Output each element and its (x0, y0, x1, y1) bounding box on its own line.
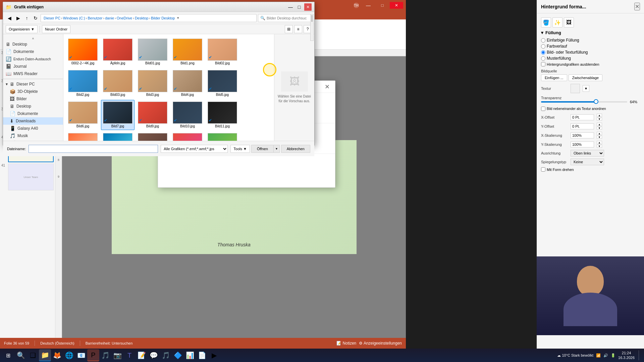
file-item[interactable]: ✔ (171, 131, 204, 141)
sidebar-item-desktop-top[interactable]: 🖥 Desktop (3, 41, 63, 48)
x-offset-input[interactable] (571, 114, 594, 120)
insert-image-btn[interactable]: Einfügen ... (541, 74, 567, 81)
view-btn-2[interactable]: ≡ (294, 25, 302, 33)
image-icon-btn[interactable]: 🖼 (564, 17, 574, 27)
breadcrumb-desktop[interactable]: Desktop (135, 16, 148, 20)
dialog-close-btn[interactable]: ✕ (304, 3, 312, 11)
x-scale-input[interactable] (571, 132, 594, 138)
clipboard-btn[interactable]: Zwischenablage (569, 74, 603, 81)
slide-thumb-41[interactable]: Unser Team (8, 164, 54, 190)
taskbar-sound-icon[interactable]: 🔊 (603, 353, 608, 358)
radio-muster[interactable]: Musterfüllung (541, 56, 640, 61)
checkbox-hide-input[interactable] (541, 62, 545, 66)
file-item[interactable]: ✔ (206, 131, 239, 141)
x-offset-down-btn[interactable]: ▼ (597, 117, 602, 121)
taskbar-spotify-btn[interactable]: 🎵 (160, 349, 172, 361)
x-offset-up-btn[interactable]: ▲ (597, 114, 602, 117)
ppt-close-btn[interactable]: ✕ (390, 2, 403, 9)
taskbar-edge-btn[interactable]: 🔷 (172, 349, 184, 361)
open-dropdown-btn[interactable]: ▾ (274, 145, 280, 153)
taskbar-camera-btn[interactable]: 📷 (111, 349, 123, 361)
nav-up-btn[interactable]: ↑ (23, 14, 31, 22)
start-button[interactable]: ⊞ (1, 349, 15, 361)
taskbar-mail-btn[interactable]: 📧 (75, 349, 87, 361)
checkbox-form-input[interactable] (541, 167, 545, 172)
filetype-select[interactable]: Alle Grafiken (*.emf;*.wmf;*.jps (161, 145, 228, 153)
taskbar-ppt-btn[interactable]: P (87, 349, 99, 361)
ppt-maximize-btn[interactable]: □ (376, 2, 389, 9)
taskbar-more-btn[interactable]: ▶ (208, 349, 220, 361)
mirror-select[interactable]: Keine (571, 159, 604, 165)
nav-forward-btn[interactable]: ▶ (14, 14, 22, 22)
file-item[interactable]: ✔ Bild10.jpg (171, 100, 204, 130)
sidebar-item-galaxy[interactable]: 📱 Galaxy A40 (3, 125, 63, 132)
scrollbar-thumb[interactable] (311, 15, 313, 22)
sidebar-item-dokumente[interactable]: 📄 Dokumente (3, 110, 63, 117)
file-item[interactable]: ✔ Bild2.jpg (66, 68, 100, 99)
file-item[interactable]: ✔ coffeehouse-2600877_1280.jpg (136, 131, 169, 141)
panel-fill-header[interactable]: ▾ Füllung (541, 30, 640, 35)
radio-farbverlauf[interactable]: Farbverlauf (541, 44, 640, 49)
sidebar-item-journal[interactable]: 📓 Journal (3, 63, 63, 70)
dialog-minimize-btn[interactable]: — (287, 3, 294, 11)
search-input[interactable] (267, 16, 307, 20)
y-scale-down-btn[interactable]: ▼ (597, 144, 602, 148)
taskbar-chrome-btn[interactable]: 🌐 (63, 349, 75, 361)
sidebar-item-downloads[interactable]: ⬇ Downloads (3, 117, 63, 125)
file-item[interactable]: ✔ Bild9.jpg (136, 100, 169, 130)
radio-muster-input[interactable] (541, 56, 545, 61)
sidebar-item-dokumente-top[interactable]: 📄 Dokumente (3, 48, 63, 55)
filename-input[interactable] (29, 145, 158, 153)
file-item[interactable]: ✔ Bild03.jpg (101, 68, 135, 99)
file-item[interactable]: ✔ Äpfeln.jpg (101, 37, 135, 67)
y-scale-up-btn[interactable]: ▲ (597, 141, 602, 144)
radio-einfarbig-input[interactable] (541, 38, 545, 43)
y-scale-input[interactable] (571, 141, 594, 147)
organize-btn[interactable]: Organisieren ▼ (6, 25, 38, 33)
taskbar-skype-btn[interactable]: 💬 (148, 349, 160, 361)
radio-einfarbig[interactable]: Einfarbige Füllung (541, 38, 640, 43)
x-scale-down-btn[interactable]: ▼ (597, 135, 602, 139)
transparency-slider[interactable] (541, 101, 627, 103)
y-offset-down-btn[interactable]: ▼ (597, 126, 602, 130)
file-item[interactable]: ✔ Bild02.jpg (206, 37, 239, 67)
transparency-thumb[interactable] (594, 99, 598, 104)
notes-btn[interactable]: 📝 Notizen (336, 341, 356, 346)
file-item[interactable]: ✔ Bild3.jpg (136, 68, 169, 99)
taskbar-firefox-btn[interactable]: 🦊 (51, 349, 63, 361)
texture-expand-btn[interactable]: ▾ (583, 85, 589, 92)
radio-farbverlauf-input[interactable] (541, 44, 545, 49)
new-folder-btn[interactable]: Neuer Ordner (42, 25, 70, 33)
breadcrumb-benutzer[interactable]: Benutzer (88, 16, 102, 20)
sidebar-item-videos[interactable]: 🎬 Videos (3, 139, 63, 141)
checkbox-form[interactable]: Mit Form drehen (541, 167, 640, 172)
file-item[interactable]: ✔ blue-69738.jpg (101, 131, 135, 141)
y-offset-input[interactable] (571, 123, 594, 129)
nav-back-btn[interactable]: ◀ (6, 14, 13, 22)
breadcrumb-onedrive[interactable]: OneDrive (117, 16, 132, 20)
x-scale-up-btn[interactable]: ▲ (597, 132, 602, 135)
view-btn-1[interactable]: ⊞ (285, 25, 293, 33)
fill-icon-btn[interactable]: 🪣 (541, 17, 551, 27)
sidebar-item-dieser-pc[interactable]: ▾ 🖥 Dieser PC (3, 80, 63, 88)
sidebar-item-musik[interactable]: 🎵 Musik (3, 132, 63, 139)
taskbar-taskview-btn[interactable]: ❑ (27, 349, 39, 361)
nav-refresh-btn[interactable]: ↻ (32, 14, 39, 22)
breadcrumb-danie[interactable]: danie (105, 16, 114, 20)
checkbox-tile-input[interactable] (541, 107, 545, 111)
checkbox-tile[interactable]: Bild nebeneinander als Textur anordnen (541, 107, 640, 111)
file-item[interactable]: ✔ Bild4.jpg (171, 68, 204, 99)
sidebar-item-bilder[interactable]: 🖼 Bilder (3, 95, 63, 103)
breadcrumb-dieser-pc[interactable]: Dieser PC (44, 16, 60, 20)
texture-preview[interactable] (571, 84, 580, 93)
radio-bild-textur-input[interactable] (541, 50, 545, 55)
ppt-minimize-btn[interactable]: — (362, 2, 375, 9)
taskbar-search-btn[interactable]: 🔍 (15, 349, 27, 361)
file-item[interactable]: ✔ Bild5.jpg (206, 68, 239, 99)
taskbar-network-icon[interactable]: 📶 (596, 353, 601, 358)
taskbar-word-btn[interactable]: 📄 (196, 349, 208, 361)
right-panel-close-btn[interactable]: ✕ (634, 3, 640, 10)
taskbar-explorer-btn[interactable]: 📁 (39, 349, 51, 361)
file-item[interactable]: ✔ Bild1.png (171, 37, 204, 67)
file-item[interactable]: ✔ Bild6.jpg (66, 100, 100, 130)
